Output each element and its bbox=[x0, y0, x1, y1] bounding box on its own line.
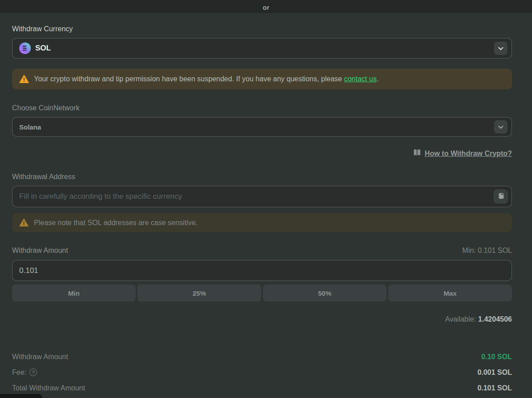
min-button[interactable]: Min bbox=[12, 285, 136, 302]
summary-row-amount: Withdraw Amount 0.10 SOL bbox=[12, 349, 512, 364]
percent-25-button[interactable]: 25% bbox=[137, 285, 261, 302]
currency-select[interactable]: SOL bbox=[12, 38, 512, 59]
chevron-down-icon bbox=[498, 45, 503, 52]
summary-amount-value: 0.10 SOL bbox=[482, 353, 512, 361]
fee-help-icon[interactable]: ? bbox=[29, 369, 37, 376]
how-to-withdraw-link[interactable]: How to Withdraw Crypto? bbox=[425, 150, 512, 158]
network-dropdown-button[interactable] bbox=[494, 120, 507, 134]
withdrawal-address-label: Withdrawal Address bbox=[12, 173, 512, 181]
currency-dropdown-button[interactable] bbox=[494, 42, 507, 55]
suspension-warning-text: Your crypto withdraw and tip permission … bbox=[34, 75, 378, 83]
summary-fee-label: Fee: ? bbox=[12, 369, 37, 377]
warning-triangle-icon bbox=[19, 74, 29, 84]
withdraw-currency-label: Withdraw Currency bbox=[12, 25, 512, 33]
summary-total-label: Total Withdraw Amount bbox=[12, 384, 85, 392]
withdrawal-address-input[interactable] bbox=[12, 186, 512, 207]
amount-input-wrap bbox=[12, 260, 512, 281]
summary-fee-value: 0.001 SOL bbox=[478, 369, 512, 377]
address-book-icon bbox=[497, 192, 505, 201]
summary-total-value: 0.101 SOL bbox=[478, 384, 512, 392]
address-input-wrap bbox=[12, 186, 512, 207]
case-sensitive-text: Please note that SOL addresses are case … bbox=[34, 219, 198, 227]
chevron-down-icon bbox=[498, 124, 503, 130]
contact-us-link[interactable]: contact us bbox=[344, 75, 377, 83]
divider-or-text: or bbox=[263, 4, 270, 11]
summary-amount-label: Withdraw Amount bbox=[12, 353, 68, 361]
available-balance-row: Available:1.4204506 bbox=[12, 315, 512, 323]
selected-currency: SOL bbox=[35, 44, 51, 53]
min-amount-hint: Min: 0.101 SOL bbox=[462, 247, 512, 255]
withdraw-summary: Withdraw Amount 0.10 SOL Fee: ? 0.001 SO… bbox=[12, 349, 512, 396]
available-label: Available: bbox=[445, 315, 476, 323]
percent-50-button[interactable]: 50% bbox=[263, 285, 387, 302]
selected-network: Solana bbox=[19, 123, 41, 131]
summary-row-fee: Fee: ? 0.001 SOL bbox=[12, 364, 512, 380]
amount-label-row: Withdraw Amount Min: 0.101 SOL bbox=[12, 247, 512, 255]
case-sensitive-banner: Please note that SOL addresses are case … bbox=[12, 213, 512, 232]
withdraw-form-panel: Withdraw Currency SOL bbox=[0, 13, 532, 396]
max-button[interactable]: Max bbox=[388, 285, 512, 302]
network-select[interactable]: Solana bbox=[12, 117, 512, 137]
warning-triangle-icon bbox=[19, 218, 29, 228]
withdraw-amount-label: Withdraw Amount bbox=[12, 247, 68, 255]
book-icon bbox=[413, 149, 421, 158]
suspension-warning-banner: Your crypto withdraw and tip permission … bbox=[12, 69, 512, 89]
summary-row-total: Total Withdraw Amount 0.101 SOL bbox=[12, 380, 512, 396]
network-label: Choose CoinNetwork bbox=[12, 104, 512, 112]
available-value: 1.4204506 bbox=[478, 315, 512, 323]
quick-amount-buttons: Min 25% 50% Max bbox=[12, 285, 512, 302]
section-divider: or bbox=[0, 0, 532, 13]
help-row: How to Withdraw Crypto? bbox=[12, 149, 512, 158]
withdraw-amount-input[interactable] bbox=[12, 260, 512, 281]
solana-icon bbox=[19, 42, 31, 54]
address-book-button[interactable] bbox=[494, 189, 508, 204]
bottom-left-widget-tab[interactable] bbox=[0, 394, 42, 398]
